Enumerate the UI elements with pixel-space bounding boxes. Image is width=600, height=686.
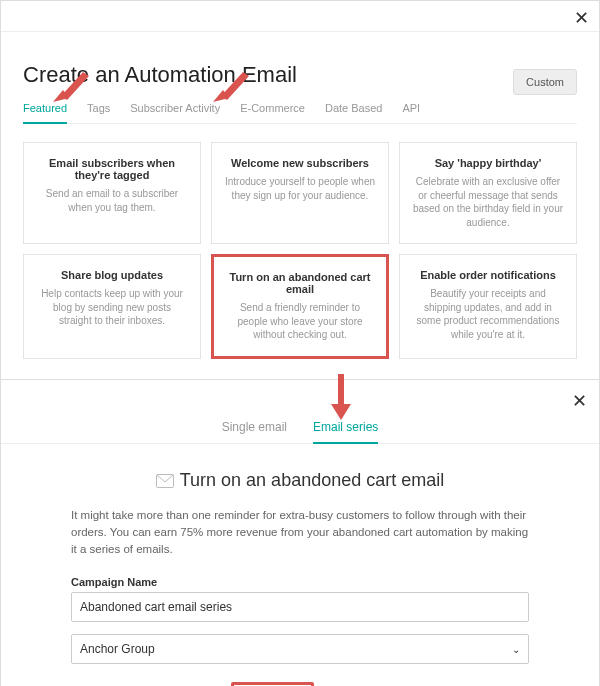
form-actions: Begin Cancel <box>71 682 529 686</box>
automation-card[interactable]: Email subscribers when they're tagged Se… <box>23 142 201 244</box>
card-desc: Celebrate with an exclusive offer or che… <box>412 175 564 229</box>
campaign-name-label: Campaign Name <box>71 576 529 588</box>
envelope-icon <box>156 472 174 486</box>
automation-card-abandoned-cart[interactable]: Turn on an abandoned cart email Send a f… <box>211 254 389 359</box>
config-description: It might take more than one reminder for… <box>71 507 529 559</box>
card-desc: Send a friendly reminder to people who l… <box>226 301 374 342</box>
page-title: Create an Automation Email <box>23 62 297 88</box>
category-tabs: Featured Tags Subscriber Activity E-Comm… <box>23 102 577 124</box>
automation-config-form: Turn on an abandoned cart email It might… <box>1 444 599 687</box>
card-title: Say 'happy birthday' <box>412 157 564 169</box>
annotation-arrow-icon <box>331 374 351 420</box>
tab-featured[interactable]: Featured <box>23 102 67 124</box>
audience-select[interactable]: Anchor Group ⌄ <box>71 634 529 664</box>
tab-email-series[interactable]: Email series <box>313 420 378 444</box>
svg-marker-5 <box>331 404 351 420</box>
email-mode-tabs: Single email Email series <box>1 380 599 444</box>
card-desc: Help contacts keep up with your blog by … <box>36 287 188 328</box>
card-title: Enable order notifications <box>412 269 564 281</box>
automation-cards-grid: Email subscribers when they're tagged Se… <box>23 142 577 359</box>
config-heading: Turn on an abandoned cart email <box>71 470 529 491</box>
tab-date-based[interactable]: Date Based <box>325 102 382 123</box>
automation-create-panel: ✕ Create an Automation Email Custom Feat… <box>0 0 600 380</box>
card-title: Email subscribers when they're tagged <box>36 157 188 181</box>
tab-ecommerce[interactable]: E-Commerce <box>240 102 305 123</box>
card-title: Share blog updates <box>36 269 188 281</box>
card-desc: Send an email to a subscriber when you t… <box>36 187 188 214</box>
card-title: Turn on an abandoned cart email <box>226 271 374 295</box>
card-title: Welcome new subscribers <box>224 157 376 169</box>
tab-subscriber-activity[interactable]: Subscriber Activity <box>130 102 220 123</box>
begin-button-highlight: Begin <box>231 682 314 686</box>
automation-config-panel: ✕ Single email Email series Turn on an a… <box>0 380 600 687</box>
config-heading-text: Turn on an abandoned cart email <box>180 470 445 490</box>
panel-content: Create an Automation Email Custom Featur… <box>1 31 599 379</box>
custom-button[interactable]: Custom <box>513 69 577 95</box>
card-desc: Beautify your receipts and shipping upda… <box>412 287 564 341</box>
automation-card[interactable]: Say 'happy birthday' Celebrate with an e… <box>399 142 577 244</box>
close-icon[interactable]: ✕ <box>574 9 589 27</box>
chevron-down-icon: ⌄ <box>512 644 520 655</box>
automation-card[interactable]: Enable order notifications Beautify your… <box>399 254 577 359</box>
tab-api[interactable]: API <box>402 102 420 123</box>
campaign-name-input[interactable] <box>71 592 529 622</box>
automation-card[interactable]: Welcome new subscribers Introduce yourse… <box>211 142 389 244</box>
audience-select-value: Anchor Group <box>80 642 155 656</box>
card-desc: Introduce yourself to people when they s… <box>224 175 376 202</box>
tab-tags[interactable]: Tags <box>87 102 110 123</box>
tab-single-email[interactable]: Single email <box>222 420 287 443</box>
automation-card[interactable]: Share blog updates Help contacts keep up… <box>23 254 201 359</box>
